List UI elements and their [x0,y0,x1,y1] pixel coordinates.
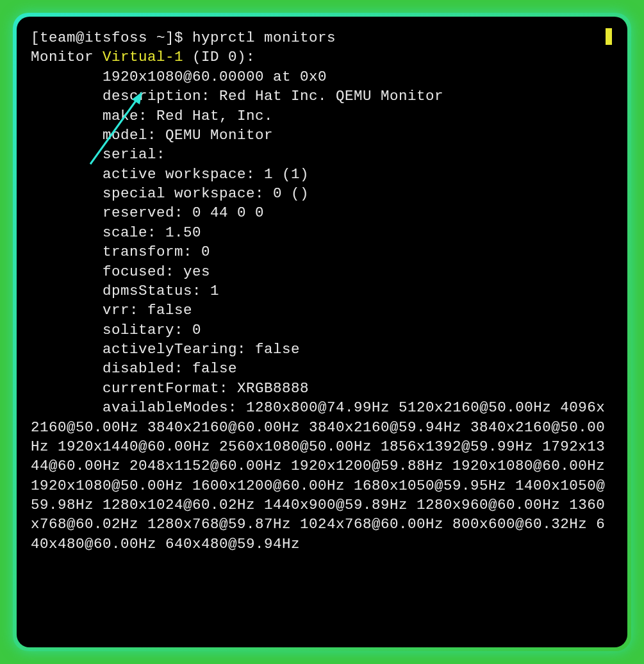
monitor-available-modes: availableModes: 1280x800@74.99Hz 5120x21… [31,399,614,552]
monitor-header: Monitor Virtual-1 (ID 0): [31,49,255,65]
shell-prompt: [team@itsfoss ~]$ hyprctl monitors [31,29,336,46]
monitor-transform: transform: 0 [103,244,210,260]
monitor-solitary: solitary: 0 [103,322,201,338]
monitor-reserved: reserved: 0 44 0 0 [103,204,264,221]
monitor-description: description: Red Hat Inc. QEMU Monitor [103,88,443,104]
terminal-window[interactable]: [team@itsfoss ~]$ hyprctl monitors Monit… [17,17,627,647]
monitor-vrr: vrr: false [103,302,192,319]
monitor-resolution: 1920x1080@60.00000 at 0x0 [103,69,327,85]
monitor-dpms-status: dpmsStatus: 1 [103,283,219,299]
monitor-name-highlight: Virtual-1 [103,49,183,65]
monitor-special-workspace: special workspace: 0 () [103,185,309,202]
terminal-output: [team@itsfoss ~]$ hyprctl monitors Monit… [31,28,613,554]
monitor-disabled: disabled: false [103,360,237,377]
command-text: hyprctl monitors [192,29,336,46]
monitor-serial: serial: [103,146,165,163]
monitor-active-workspace: active workspace: 1 (1) [103,166,309,183]
terminal-window-border: [team@itsfoss ~]$ hyprctl monitors Monit… [13,13,631,651]
monitor-focused: focused: yes [103,263,210,280]
monitor-make: make: Red Hat, Inc. [103,108,273,124]
monitor-model: model: QEMU Monitor [103,127,273,144]
monitor-scale: scale: 1.50 [103,224,201,241]
monitor-actively-tearing: activelyTearing: false [103,341,300,358]
monitor-current-format: currentFormat: XRGB8888 [103,380,309,397]
terminal-cursor [606,28,612,45]
